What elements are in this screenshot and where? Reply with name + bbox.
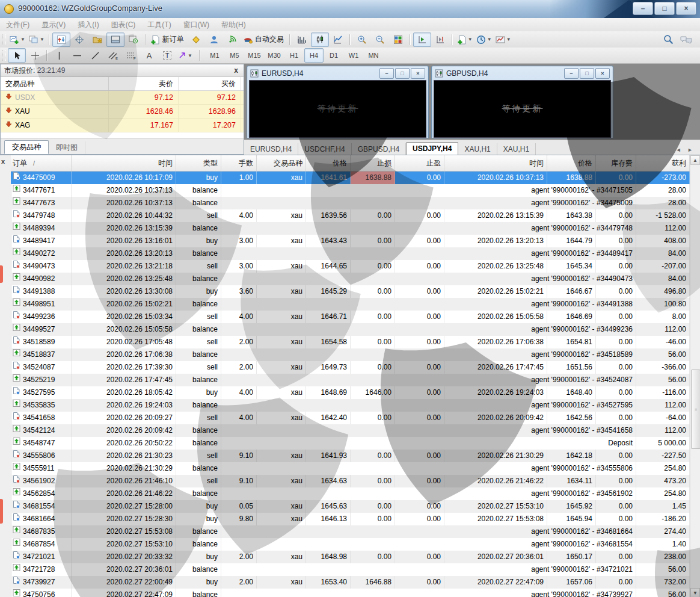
- col-header-profit[interactable]: 获利: [636, 155, 690, 171]
- strategy-tester-button[interactable]: [124, 32, 143, 47]
- menu-item-2[interactable]: 插入(I): [72, 19, 105, 31]
- dropdown-caret-icon[interactable]: ▼: [468, 37, 473, 42]
- auto-scroll-button[interactable]: [413, 32, 431, 47]
- market-watch-col-0[interactable]: 交易品种: [1, 77, 109, 90]
- history-row-34490982[interactable]: 344909822020.02.26 13:25:48balanceagent …: [11, 273, 690, 285]
- terminal-scrollbar[interactable]: ▲ ≡ ▼: [690, 155, 700, 597]
- data-window-button[interactable]: [70, 32, 88, 47]
- timeframe-d1[interactable]: D1: [324, 48, 343, 63]
- history-row-34721021[interactable]: 347210212020.02.27 20:33:32buy2.00xau164…: [11, 551, 690, 563]
- menu-item-5[interactable]: 窗口(W): [177, 19, 215, 31]
- periods-button[interactable]: ▼: [474, 32, 494, 47]
- chart-canvas[interactable]: 等待更新: [434, 80, 611, 138]
- history-row-34535835[interactable]: 345358352020.02.26 19:24:03balanceagent …: [11, 399, 690, 412]
- history-row-34527595[interactable]: 345275952020.02.26 18:05:42buy4.00xau164…: [11, 386, 690, 399]
- chart-shift-button[interactable]: [431, 32, 449, 47]
- history-row-34491388[interactable]: 344913882020.02.26 13:30:08buy3.60xau164…: [11, 285, 690, 298]
- chart-tab-usdjpy-h4[interactable]: USDJPY,H4: [406, 142, 458, 155]
- dropdown-caret-icon[interactable]: ▼: [40, 37, 45, 42]
- history-row-34681554[interactable]: 346815542020.02.27 15:28:00buy0.05xau164…: [11, 500, 690, 513]
- navigator-button[interactable]: [88, 32, 106, 47]
- col-header-symbol[interactable]: 交易品种: [257, 155, 306, 171]
- history-row-34555806[interactable]: 345558062020.02.26 21:30:23sell9.10xau16…: [11, 450, 690, 462]
- search-button[interactable]: [659, 32, 677, 47]
- timeframe-m15[interactable]: M15: [245, 48, 264, 63]
- terminal-toggle[interactable]: [106, 32, 124, 47]
- indicators-button[interactable]: ▼: [455, 32, 474, 47]
- chart-tab-xau-h1[interactable]: XAU,H1: [458, 143, 497, 155]
- col-header-open-price[interactable]: 价格: [306, 155, 351, 171]
- history-row-34499527[interactable]: 344995272020.02.26 15:05:58balanceagent …: [11, 323, 690, 336]
- market-row-xag[interactable]: XAG17.16717.207: [1, 119, 244, 132]
- zoom-out-button[interactable]: [371, 32, 389, 47]
- menu-item-3[interactable]: 图表(C): [105, 19, 142, 31]
- history-row-34561902[interactable]: 345619022020.02.26 21:46:10sell9.10xau16…: [11, 475, 690, 487]
- crosshair-tool[interactable]: [26, 48, 44, 63]
- timeframe-m5[interactable]: M5: [225, 48, 244, 63]
- chart-restore-button[interactable]: □: [580, 68, 594, 79]
- scroll-down-icon[interactable]: ▼: [690, 588, 700, 597]
- col-header-close-price[interactable]: 价格: [547, 155, 596, 171]
- new-order-label[interactable]: 新订单: [161, 34, 185, 45]
- profiles-button[interactable]: ▼: [27, 32, 46, 47]
- col-header-close-time[interactable]: 时间: [444, 155, 547, 171]
- timeframe-w1[interactable]: W1: [344, 48, 363, 63]
- history-row-34525219[interactable]: 345252192020.02.26 17:47:45balanceagent …: [11, 374, 690, 386]
- tile-windows-button[interactable]: [389, 32, 407, 47]
- line-chart-button[interactable]: [329, 32, 347, 47]
- timeframe-mn[interactable]: MN: [364, 48, 383, 63]
- vertical-line-tool[interactable]: [50, 48, 68, 63]
- chart-tab-eurusd-h4[interactable]: EURUSD,H4: [244, 143, 298, 155]
- market-watch-col-1[interactable]: 卖价: [109, 77, 179, 90]
- dropdown-caret-icon[interactable]: ▼: [506, 37, 511, 42]
- close-button[interactable]: ×: [676, 2, 696, 15]
- signals-button[interactable]: [223, 32, 241, 47]
- market-watch-close-icon[interactable]: x: [232, 66, 240, 75]
- menu-item-1[interactable]: 显示(V): [35, 19, 72, 31]
- timeframe-m30[interactable]: M30: [265, 48, 284, 63]
- terminal-close-icon[interactable]: x: [1, 158, 5, 165]
- history-row-34489417[interactable]: 344894172020.02.26 13:16:01buy3.00xau164…: [11, 235, 690, 247]
- templates-button[interactable]: ▼: [494, 32, 513, 47]
- dropdown-caret-icon[interactable]: ▼: [487, 37, 492, 42]
- history-row-34479748[interactable]: 344797482020.02.26 10:44:32sell4.00xau16…: [11, 209, 690, 222]
- zoom-in-button[interactable]: [353, 32, 371, 47]
- history-row-34681664[interactable]: 346816642020.02.27 15:28:30buy9.80xau164…: [11, 513, 690, 525]
- chart-close-button[interactable]: ×: [411, 68, 425, 79]
- history-row-34548747[interactable]: 345487472020.02.26 20:50:22balanceDeposi…: [11, 437, 690, 450]
- restore-button[interactable]: □: [654, 2, 675, 15]
- col-header-open-time[interactable]: 时间: [72, 155, 176, 171]
- chart-close-button[interactable]: ×: [595, 68, 610, 79]
- community-button[interactable]: [205, 32, 223, 47]
- trendline-tool[interactable]: [86, 48, 104, 63]
- col-header-tp[interactable]: 止盈: [395, 155, 444, 171]
- market-watch-tab-1[interactable]: 即时图: [49, 141, 85, 154]
- new-order-button[interactable]: 新订单: [149, 32, 187, 47]
- col-header-type[interactable]: 类型: [176, 155, 221, 171]
- market-watch-col-2[interactable]: 买价: [179, 77, 241, 90]
- history-row-34477673[interactable]: 344776732020.02.26 10:37:13balanceagent …: [11, 197, 690, 209]
- history-row-34490473[interactable]: 344904732020.02.26 13:21:18sell3.00xau16…: [11, 260, 690, 273]
- dropdown-caret-icon[interactable]: ▼: [20, 37, 25, 42]
- history-row-34490272[interactable]: 344902722020.02.26 13:20:13balanceagent …: [11, 247, 690, 260]
- chart-window-titlebar[interactable]: EURUSD,H4 – □ ×: [247, 66, 428, 80]
- autotrading-label[interactable]: 自动交易: [254, 34, 285, 45]
- chart-restore-button[interactable]: □: [395, 68, 410, 79]
- text-label-tool[interactable]: T: [158, 48, 176, 63]
- history-row-34518837[interactable]: 345188372020.02.26 17:06:38balanceagent …: [11, 348, 690, 361]
- col-header-sl[interactable]: 止损: [351, 155, 395, 171]
- bar-chart-button[interactable]: [293, 32, 311, 47]
- menu-item-6[interactable]: 帮助(H): [215, 19, 252, 31]
- history-row-34541658[interactable]: 345416582020.02.26 20:09:27sell4.00xau16…: [11, 412, 690, 424]
- chart-tab-xau-h1[interactable]: XAU,H1: [497, 143, 536, 155]
- history-row-34555911[interactable]: 345559112020.02.26 21:30:29balanceagent …: [11, 462, 690, 475]
- chart-tab-gbpusd-h4[interactable]: GBPUSD,H4: [352, 143, 406, 155]
- history-row-34721728[interactable]: 347217282020.02.27 20:36:01balanceagent …: [11, 563, 690, 576]
- chat-button[interactable]: [677, 32, 695, 47]
- history-row-34498951[interactable]: 344989512020.02.26 15:02:21balanceagent …: [11, 298, 690, 311]
- market-row-xau[interactable]: XAU1628.461628.96: [1, 105, 244, 119]
- tab-scroll-arrows[interactable]: ◄ ►: [676, 147, 700, 155]
- col-header-lots[interactable]: 手数: [221, 155, 257, 171]
- fibonacci-tool[interactable]: F: [122, 48, 140, 63]
- chart-tab-usdchf-h4[interactable]: USDCHF,H4: [298, 143, 351, 155]
